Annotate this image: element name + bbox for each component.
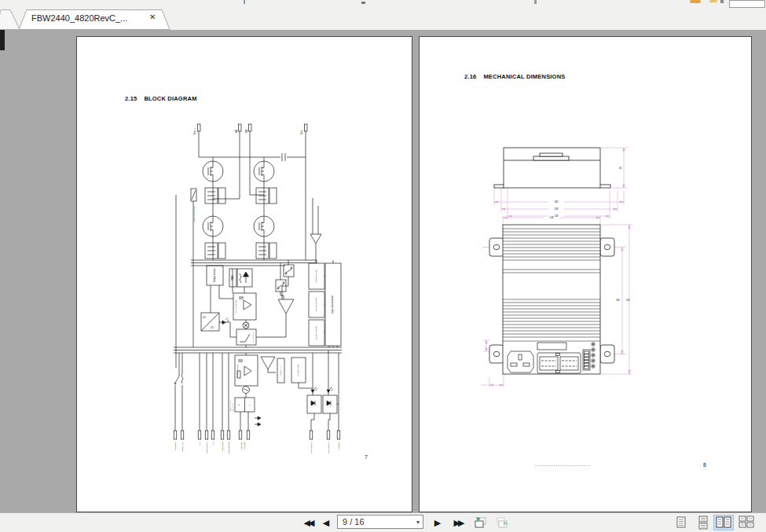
block-label: PWM bbox=[231, 275, 234, 280]
single-page-icon bbox=[674, 515, 688, 530]
multiplier-symbol bbox=[243, 320, 249, 329]
previous-view-button[interactable] bbox=[471, 515, 489, 530]
section-number: 2.15 bbox=[125, 95, 137, 102]
continuous-view-button[interactable] bbox=[695, 515, 712, 530]
mosfet-q3 bbox=[203, 216, 223, 237]
dim-label: 182 bbox=[554, 200, 558, 204]
dim-label: 61 bbox=[619, 167, 622, 170]
mosfet-q1 bbox=[203, 161, 223, 182]
current-regulator-box bbox=[219, 269, 256, 320]
block-label: Logic discriminator bbox=[331, 295, 334, 314]
tachometer-symbol bbox=[243, 386, 250, 398]
single-page-view-button[interactable] bbox=[673, 515, 690, 530]
terminal-label: Error signal 2 bbox=[328, 441, 330, 453]
opamp-lower bbox=[261, 357, 276, 372]
block-label: Sensors monitor bbox=[315, 325, 317, 339]
footer-dotted-line: ........................ bbox=[535, 461, 591, 467]
bottom-toolbar: ◀◀ ◀ 9 / 16 ▾ ▶ ▶▶ bbox=[0, 512, 766, 532]
dim-label: 146 bbox=[616, 299, 620, 302]
tab-bar: FBW2440_4820RevC_... ✕ bbox=[0, 8, 766, 30]
toolbar-icon-fragment bbox=[361, 2, 365, 4]
terminal-label: -12V bbox=[212, 442, 214, 446]
toolbar-icon-fragment bbox=[534, 0, 537, 4]
block-label: Monitor pulse bbox=[297, 364, 299, 376]
pdf-viewer-window: FBW2440_4820RevC_... ✕ 2.15 BLOCK DIAGRA… bbox=[0, 0, 766, 532]
block-diagram: Bat. + M1 M2 Bat. - Temperature sensor V… bbox=[167, 119, 348, 469]
page-indicator[interactable]: 9 / 16 bbox=[338, 517, 416, 526]
dim-label: 138 bbox=[554, 207, 558, 211]
next-page-button[interactable]: ▶ bbox=[431, 515, 444, 530]
dim-label: 210 bbox=[626, 299, 630, 302]
facing-continuous-icon bbox=[738, 515, 755, 530]
next-view-button[interactable] bbox=[493, 515, 511, 530]
toolbar-icon-fragment-orange bbox=[690, 0, 701, 3]
block-diagram-labels: Bat. + M1 M2 Bat. - Temperature sensor V… bbox=[174, 127, 340, 453]
front-view bbox=[489, 225, 614, 374]
switch-b bbox=[276, 263, 286, 292]
block-label: Current regulator bbox=[235, 299, 237, 314]
block-label: Current monitor bbox=[315, 298, 317, 312]
chevron-down-icon[interactable]: ▾ bbox=[416, 519, 423, 526]
block-label: Speed regulator bbox=[236, 364, 239, 377]
dim-label: 128 bbox=[549, 216, 553, 219]
opamp-mid bbox=[256, 277, 294, 337]
section-heading-left: 2.15 BLOCK DIAGRAM bbox=[125, 95, 197, 102]
tab-partial[interactable] bbox=[0, 10, 20, 30]
bottom-terminals bbox=[174, 431, 340, 439]
block-label: Blocking and bbox=[229, 400, 231, 411]
continuous-icon bbox=[696, 515, 710, 530]
gate-arrow-box bbox=[237, 269, 252, 287]
page-number: 7 bbox=[365, 454, 368, 460]
document-workspace: 2.15 BLOCK DIAGRAM bbox=[0, 30, 766, 512]
terminal-label: Bat. - bbox=[300, 128, 303, 134]
monitor-pulse-box bbox=[291, 358, 313, 388]
mechanical-drawing: 61 182 138 128 128 146 210 bbox=[475, 139, 655, 414]
direction-diodes bbox=[255, 416, 261, 426]
toolbar-icon-fragment-orange bbox=[709, 0, 717, 2]
opto-isolator-symbol bbox=[219, 318, 236, 338]
section-number: 2.16 bbox=[464, 73, 476, 80]
toolbar-icon-fragment bbox=[720, 0, 724, 3]
previous-view-icon bbox=[473, 516, 487, 529]
opto-output-1 bbox=[307, 353, 321, 431]
tab-title[interactable]: FBW2440_4820RevC_... bbox=[31, 13, 145, 23]
terminal-label: Start/Stop bbox=[174, 441, 177, 450]
opamp-top-right bbox=[310, 198, 321, 263]
block-label: B-sensitivity bbox=[280, 365, 281, 376]
terminal-label: blocking bbox=[244, 441, 246, 449]
toolbar-icon-fragment bbox=[244, 0, 245, 4]
dim-label: 128 bbox=[554, 215, 558, 218]
page-number-combobox[interactable]: 9 / 16 ▾ bbox=[337, 515, 423, 529]
document-page-7: 2.15 BLOCK DIAGRAM bbox=[76, 36, 412, 512]
terminal-label: Error signal 1 bbox=[310, 441, 313, 453]
first-page-button[interactable]: ◀◀ bbox=[299, 515, 319, 530]
temperature-sensor-label: Temperature sensor bbox=[193, 206, 196, 223]
relay-symbols bbox=[174, 353, 183, 431]
dc-dc-converter-box bbox=[201, 285, 219, 331]
side-view bbox=[494, 148, 610, 188]
terminal-label: Common bbox=[338, 441, 340, 449]
facing-continuous-view-button[interactable] bbox=[737, 515, 756, 530]
terminal-label: Safety relay bbox=[181, 441, 184, 452]
facing-view-button[interactable] bbox=[713, 515, 734, 530]
toolbar-search-input[interactable] bbox=[729, 0, 765, 8]
previous-page-button[interactable]: ◀ bbox=[320, 515, 332, 530]
terminal-label: Tacho out 0-V bbox=[206, 442, 208, 454]
mosfet-q2 bbox=[254, 161, 274, 182]
block-label: Voltage monitor bbox=[315, 270, 317, 284]
gate-drivers bbox=[205, 188, 277, 259]
section-title: MECHANICAL DIMENSIONS bbox=[483, 73, 565, 80]
section-title: BLOCK DIAGRAM bbox=[144, 95, 196, 102]
facing-icon bbox=[715, 515, 732, 530]
toolbar-sliver bbox=[0, 0, 766, 8]
terminal-label: +12V bbox=[199, 442, 201, 446]
tab-close-icon[interactable]: ✕ bbox=[149, 13, 156, 21]
terminal-label: Direction bbox=[240, 441, 243, 449]
last-page-button[interactable]: ▶▶ bbox=[449, 515, 469, 530]
block-label: sensitivity bbox=[232, 402, 233, 411]
document-page-8: 2.16 MECHANICAL DIMENSIONS bbox=[419, 36, 752, 512]
terminal-label: Bat. + bbox=[193, 127, 196, 134]
block-label: Current limit bbox=[252, 332, 255, 342]
minus-label: - bbox=[249, 402, 251, 407]
mosfet-q4 bbox=[254, 216, 274, 237]
